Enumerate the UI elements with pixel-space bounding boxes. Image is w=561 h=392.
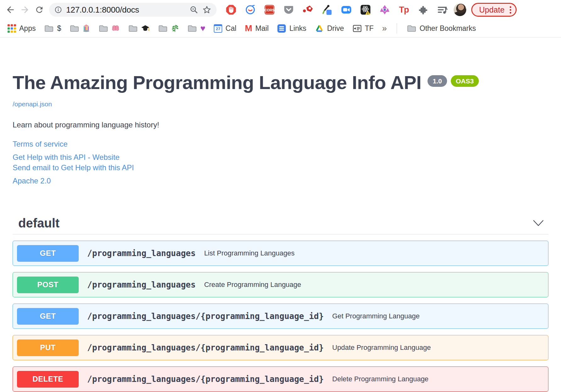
section-header-default[interactable]: default — [13, 216, 548, 234]
bookmark-folder-money[interactable]: $ — [42, 23, 63, 34]
endpoint-row-get[interactable]: GET /programming_languages/{programming_… — [13, 304, 548, 329]
color-picker-extension-icon[interactable] — [321, 4, 333, 15]
carousel-horse-icon — [82, 24, 90, 32]
endpoint-summary: Delete Programming Language — [332, 375, 428, 383]
profile-avatar[interactable] — [454, 3, 466, 16]
stop-hand-extension-icon[interactable] — [225, 4, 237, 15]
openapi-spec-link[interactable]: /openapi.json — [13, 100, 52, 108]
page-title: The Amazing Programming Language Info AP… — [13, 73, 421, 93]
method-badge: GET — [17, 245, 79, 262]
herb-icon — [171, 24, 179, 32]
graduation-cap-icon — [141, 25, 150, 32]
refresh-button[interactable] — [32, 3, 47, 17]
bookmark-label: Apps — [19, 24, 36, 33]
endpoint-path: /programming_languages/{programming_lang… — [87, 343, 324, 352]
bookmark-label: Drive — [327, 24, 344, 33]
bookmark-calendar[interactable]: 27 Cal — [212, 23, 238, 34]
bookmarks-overflow-chevron[interactable]: » — [380, 22, 389, 35]
extensions-row: CORS — [225, 4, 448, 15]
api-links: Terms of service Get Help with this API … — [13, 139, 548, 186]
bookmark-label: $ — [57, 24, 61, 33]
license-link[interactable]: Apache 2.0 — [13, 176, 548, 186]
refresh-icon — [35, 5, 44, 14]
purple-heart-icon: ♥ — [200, 24, 205, 33]
bookmark-folder-herb[interactable] — [156, 23, 181, 34]
bookmark-star-icon[interactable] — [202, 5, 212, 14]
page-info-icon[interactable] — [54, 6, 62, 14]
bookmark-apps[interactable]: Apps — [6, 23, 37, 34]
url-text[interactable]: 127.0.0.1:8000/docs — [66, 5, 139, 15]
zoom-camera-extension-icon[interactable] — [341, 4, 352, 15]
endpoint-path: /programming_languages — [87, 280, 196, 289]
endpoint-row-get[interactable]: GET /programming_languages List Programm… — [13, 241, 548, 266]
media-queue-extension-icon[interactable] — [437, 4, 448, 15]
api-header: The Amazing Programming Language Info AP… — [13, 73, 548, 93]
back-arrow-icon — [5, 5, 15, 15]
endpoints-list: GET /programming_languages List Programm… — [13, 241, 548, 392]
red-diamond-extension-icon[interactable] — [302, 4, 314, 15]
svg-text:CORS: CORS — [264, 8, 275, 12]
help-email-link[interactable]: Send email to Get Help with this API — [13, 162, 548, 173]
endpoint-summary: Get Programming Language — [332, 312, 420, 320]
bookmarks-bar: Apps $ — [0, 20, 561, 37]
collapse-chevron-icon[interactable] — [533, 220, 544, 227]
gmail-icon: M — [245, 24, 252, 33]
endpoint-summary: List Programming Languages — [204, 249, 294, 257]
update-button[interactable]: Update — [471, 3, 517, 17]
forward-button[interactable] — [18, 3, 32, 17]
version-badge: 1.0 — [428, 75, 447, 87]
chat-bubble-extension-icon[interactable] — [245, 4, 256, 15]
bookmarks-divider — [397, 23, 397, 33]
endpoint-summary: Create Programming Language — [204, 281, 301, 289]
forward-arrow-icon — [20, 5, 30, 15]
folder-icon — [99, 24, 108, 32]
apps-grid-icon — [8, 24, 16, 33]
recycle-purple-extension-icon[interactable] — [379, 4, 390, 15]
back-button[interactable] — [3, 3, 18, 17]
bookmark-drive[interactable]: Drive — [313, 23, 346, 34]
endpoint-row-delete[interactable]: DELETE /programming_languages/{programmi… — [13, 367, 548, 392]
bookmark-folder-brain[interactable] — [97, 23, 122, 34]
calendar-icon: 27 — [214, 24, 222, 33]
react-devtools-extension-icon[interactable] — [360, 4, 371, 15]
api-badges: 1.0 OAS3 — [428, 75, 479, 87]
bookmark-folder-purple-heart[interactable]: ♥ — [185, 23, 207, 34]
bookmark-folder-graduation[interactable] — [126, 23, 151, 34]
bookmark-label: Cal — [225, 24, 236, 33]
zoom-out-icon[interactable] — [190, 5, 198, 14]
terms-of-service-link[interactable]: Terms of service — [13, 139, 548, 149]
section-title: default — [18, 216, 60, 230]
bookmark-folder-carousel[interactable] — [68, 23, 92, 34]
browser-menu-kebab-icon[interactable] — [510, 6, 511, 14]
bookmark-links[interactable]: Links — [275, 23, 308, 34]
bookmark-label: Links — [289, 24, 306, 33]
update-label: Update — [479, 5, 505, 14]
bookmark-gmail[interactable]: M Mail — [243, 23, 271, 34]
bookmark-label: TF — [365, 24, 374, 33]
links-icon — [277, 24, 286, 33]
endpoint-path: /programming_languages/{programming_lang… — [87, 311, 324, 321]
folder-icon — [158, 24, 168, 32]
tp-extension-icon[interactable]: Tp — [398, 4, 410, 15]
bookmark-tf[interactable]: TF — [351, 23, 376, 34]
method-badge: POST — [17, 277, 79, 293]
bookmark-other-bookmarks[interactable]: Other Bookmarks — [405, 23, 478, 34]
folder-icon — [128, 24, 138, 32]
pocket-extension-icon[interactable] — [283, 4, 294, 15]
method-badge: GET — [17, 308, 79, 325]
endpoint-summary: Update Programming Language — [332, 344, 431, 352]
folder-icon — [44, 24, 54, 32]
endpoint-row-post[interactable]: POST /programming_languages Create Progr… — [13, 272, 548, 297]
endpoint-row-put[interactable]: PUT /programming_languages/{programming_… — [13, 335, 548, 360]
bookmark-label: Mail — [255, 24, 269, 33]
folder-icon — [187, 24, 197, 32]
browser-toolbar: 127.0.0.1:8000/docs — [0, 0, 561, 20]
extensions-puzzle-icon[interactable] — [417, 4, 429, 15]
brain-icon — [111, 25, 120, 32]
cors-extension-icon[interactable]: CORS — [264, 4, 275, 15]
oas3-badge: OAS3 — [451, 75, 479, 87]
help-website-link[interactable]: Get Help with this API - Website — [13, 152, 548, 162]
address-bar[interactable]: 127.0.0.1:8000/docs — [49, 3, 217, 17]
folder-icon — [407, 24, 416, 32]
endpoint-path: /programming_languages/{programming_lang… — [87, 374, 324, 384]
